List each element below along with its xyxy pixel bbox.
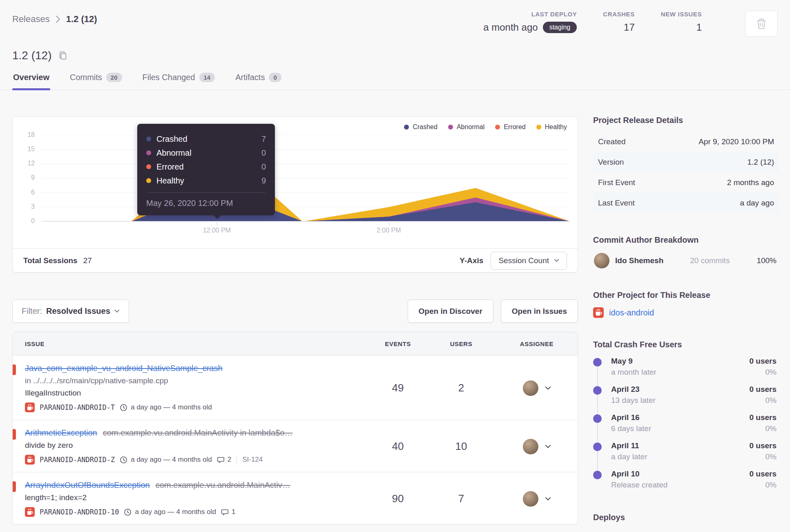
issue-title-link[interactable]: ArithmeticException: [25, 428, 97, 437]
detail-row-last-event: Last Event a day ago: [593, 193, 779, 213]
comments-count: 1: [221, 508, 235, 516]
open-in-discover-button[interactable]: Open in Discover: [408, 300, 493, 323]
stat-new-issues-value: 1: [661, 22, 702, 33]
legend-item-abnormal[interactable]: Abnormal: [448, 123, 484, 131]
tooltip-arrow: [213, 215, 221, 219]
legend-abnormal-label: Abnormal: [457, 123, 484, 131]
legend-item-crashed[interactable]: Crashed: [404, 123, 437, 131]
issue-events-count: 90: [369, 492, 426, 505]
assignee-dropdown[interactable]: [496, 491, 578, 507]
assignee-dropdown[interactable]: [496, 439, 578, 454]
timeline-dot: [593, 358, 602, 367]
sessions-chart-card: Crashed Abnormal Errored Healthy 18 15 1…: [12, 116, 578, 273]
stat-crashes-value: 17: [603, 22, 635, 33]
healthy-legend-dot: [536, 125, 541, 130]
deploys-heading: Deploys: [593, 513, 779, 522]
issue-events-count: 40: [369, 440, 426, 453]
top-bar: Releases 1.2 (12) LAST DEPLOY a month ag…: [0, 0, 790, 37]
sessions-area-chart: 12:00 PM 2:00 PM: [41, 135, 570, 221]
detail-label: Last Event: [598, 199, 635, 208]
unhandled-flag: [12, 481, 16, 492]
tab-commits-label: Commits: [70, 73, 102, 82]
issue-short-id-value: SI-124: [242, 456, 263, 464]
y-axis-tick: 9: [13, 174, 35, 181]
timeline-percent: 0%: [749, 481, 777, 490]
timeline-when: 13 days later: [611, 396, 656, 405]
breadcrumb-releases-link[interactable]: Releases: [12, 14, 50, 25]
tooltip-abnormal-label: Abnormal: [156, 148, 192, 158]
tooltip-abnormal-value: 0: [261, 148, 266, 158]
issue-age: a day ago — 4 months old: [135, 508, 216, 516]
errored-legend-dot: [495, 125, 500, 130]
unhandled-flag: [12, 429, 16, 440]
timeline-when: Release created: [611, 481, 667, 490]
tab-files-changed[interactable]: Files Changed 14: [142, 73, 216, 89]
crash-free-heading: Total Crash Free Users: [593, 340, 779, 349]
issue-culprit: com.example.vu.android.MainActivity in l…: [103, 428, 293, 437]
comments-count-value: 1: [232, 508, 235, 516]
timeline-percent: 0%: [749, 424, 777, 433]
timeline-dot: [593, 443, 602, 451]
tab-files-changed-badge: 14: [199, 73, 215, 82]
timeline-users: 0 users: [749, 413, 777, 422]
comments-count: 2: [217, 456, 231, 464]
issue-title-link[interactable]: ArrayIndexOutOfBoundsException: [25, 481, 150, 490]
java-project-icon: [25, 455, 35, 465]
timeline-percent: 0%: [749, 368, 777, 377]
timeline-dot: [593, 414, 602, 423]
commit-authors-section: Commit Author Breakdown Ido Shemesh 20 c…: [593, 235, 779, 268]
timeline-date: May 9: [611, 357, 656, 366]
tooltip-abnormal-dot: [146, 150, 151, 155]
open-in-issues-button[interactable]: Open in Issues: [501, 300, 578, 323]
issues-toolbar: Filter: Resolved Issues Open in Discover…: [12, 300, 578, 323]
assignee-avatar: [523, 439, 538, 454]
release-details-heading: Project Release Details: [593, 116, 779, 125]
detail-label: First Event: [598, 178, 635, 187]
other-project-link[interactable]: idos-android: [609, 308, 654, 317]
issue-message: divide by zero: [25, 441, 369, 450]
legend-errored-label: Errored: [504, 123, 525, 131]
copy-version-button[interactable]: [58, 51, 67, 60]
tab-overview[interactable]: Overview: [12, 73, 50, 89]
timeline-users: 0 users: [749, 357, 777, 366]
total-sessions-value: 27: [83, 256, 92, 265]
timeline-users: 0 users: [749, 469, 777, 478]
comment-icon: [217, 456, 225, 464]
assignee-dropdown[interactable]: [496, 380, 578, 396]
tab-commits[interactable]: Commits 20: [69, 73, 123, 89]
issues-filter-dropdown[interactable]: Filter: Resolved Issues: [12, 300, 129, 323]
project-slug: PARANOID-ANDROID-Z: [40, 456, 115, 464]
legend-crashed-label: Crashed: [413, 123, 437, 131]
detail-value: 1.2 (12): [748, 158, 774, 167]
issue-users-count: 7: [426, 492, 496, 505]
issue-age: a day ago — 4 months old: [131, 456, 212, 464]
timeline-date: April 16: [611, 413, 651, 422]
timeline-users: 0 users: [749, 441, 777, 450]
tab-artifacts[interactable]: Artifacts 0: [234, 73, 282, 89]
timeline-date: April 11: [611, 441, 647, 450]
y-axis-tick: 18: [13, 131, 35, 139]
java-project-icon: [25, 402, 35, 412]
release-details-section: Project Release Details Created Apr 9, 2…: [593, 116, 779, 213]
delete-release-button[interactable]: [745, 11, 778, 37]
tooltip-crashed-dot: [146, 136, 151, 141]
author-percent: 100%: [757, 256, 777, 265]
issue-short-id: SI-124: [236, 455, 263, 464]
stat-last-deploy: LAST DEPLOY a month ago staging: [483, 11, 577, 33]
x-axis-tick: 12:00 PM: [203, 227, 231, 234]
y-axis-select[interactable]: Session Count: [491, 252, 567, 270]
timeline-entry: April 10 Release created 0 users 0%: [593, 469, 779, 491]
project-slug: PARANOID-ANDROID-10: [40, 508, 119, 516]
legend-item-errored[interactable]: Errored: [495, 123, 525, 131]
issue-row: ArrayIndexOutOfBoundsExceptioncom.exampl…: [13, 472, 578, 524]
tab-files-changed-label: Files Changed: [143, 73, 195, 82]
stat-crashes-label: CRASHES: [603, 11, 635, 18]
issue-title-link[interactable]: Java_com_example_vu_android_NativeSample…: [25, 364, 223, 373]
unhandled-flag: [12, 364, 16, 375]
issue-message: IllegalInstruction: [25, 389, 369, 398]
y-axis-tick: 15: [13, 145, 35, 153]
clock-icon: [124, 508, 132, 516]
legend-item-healthy[interactable]: Healthy: [536, 123, 567, 131]
issues-table-header: ISSUE EVENTS USERS ASSIGNEE: [13, 332, 578, 355]
detail-row-first-event: First Event 2 months ago: [593, 172, 779, 193]
